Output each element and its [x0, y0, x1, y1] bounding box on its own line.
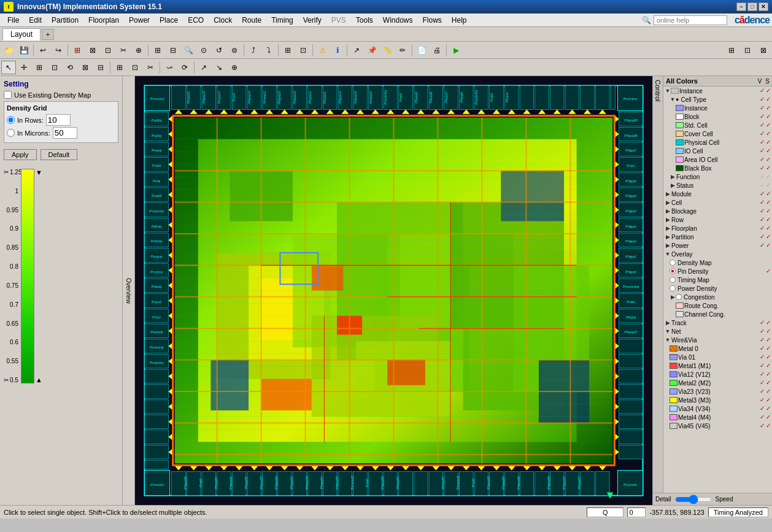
metal0-row[interactable]: Metal 0 ✓✓ [663, 344, 772, 353]
wirevia-expand[interactable]: ▼ [665, 337, 671, 343]
metal4-row[interactable]: Metal4 (M4) ✓✓ [663, 413, 772, 422]
tb-info[interactable]: ℹ [330, 44, 345, 57]
power-expand[interactable]: ▶ [665, 242, 671, 249]
status-row[interactable]: ▶ Status ✓✓ [663, 181, 772, 190]
track-expand[interactable]: ▶ [665, 320, 671, 326]
menu-power[interactable]: Power [124, 15, 155, 26]
timing-map-radio[interactable] [670, 277, 676, 283]
status-expand[interactable]: ▶ [670, 182, 676, 188]
via12-row[interactable]: Via12 (V12) ✓✓ [663, 370, 772, 379]
instance-s-check[interactable]: ✓ [766, 88, 771, 94]
tb-sel4[interactable]: ✂ [116, 44, 131, 57]
tb2-c1[interactable]: ⊞ [112, 61, 127, 74]
instance-expand[interactable]: ▼ [665, 88, 671, 94]
tb-sel1[interactable]: ⊞ [70, 44, 85, 57]
tb2-d2[interactable]: ⟳ [177, 61, 192, 74]
tb2-b2[interactable]: ⊟ [93, 61, 108, 74]
power-density-radio[interactable] [670, 285, 676, 291]
tb-report[interactable]: 📄 [414, 44, 429, 57]
block-row[interactable]: Block ✓✓ [663, 112, 772, 121]
cell-type-v[interactable]: ✓ [760, 96, 765, 102]
channel-cong-row[interactable]: Channel Cong. [663, 310, 772, 318]
tb2-c2[interactable]: ⊡ [128, 61, 142, 74]
row-expand[interactable]: ▶ [665, 217, 671, 223]
tb-right3[interactable]: ⊠ [756, 44, 771, 57]
status-input[interactable] [627, 507, 646, 517]
power-density-row[interactable]: Power Density [663, 284, 772, 293]
tb-move1[interactable]: ⤴ [246, 44, 261, 57]
menu-verify[interactable]: Verify [298, 15, 326, 26]
tb2-rotate[interactable]: ⟲ [63, 61, 77, 74]
module-row[interactable]: ▶ Module ✓✓ [663, 190, 772, 198]
tb-zoom1[interactable]: ⊞ [150, 44, 165, 57]
cell-type-s[interactable]: ✓ [766, 96, 771, 102]
q-field[interactable]: Q [587, 507, 623, 517]
tb-sel5[interactable]: ⊕ [131, 44, 146, 57]
pin-density-radio[interactable] [670, 268, 676, 274]
route-cong-row[interactable]: Route Cong. [663, 301, 772, 310]
menu-floorplan[interactable]: Floorplan [83, 15, 124, 26]
via01-row[interactable]: Via 01 ✓✓ [663, 353, 772, 361]
std-cell-row[interactable]: Std. Cell ✓✓ [663, 121, 772, 129]
via34-row[interactable]: Via34 (V34) ✓✓ [663, 404, 772, 413]
density-map-radio[interactable] [670, 260, 676, 266]
black-box-row[interactable]: Black Box ✓✓ [663, 164, 772, 172]
overview-strip[interactable]: Overview [123, 76, 135, 505]
via23-row[interactable]: Via23 (V23) ✓✓ [663, 387, 772, 396]
tb2-e3[interactable]: ⊕ [227, 61, 242, 74]
floorplan-row[interactable]: ▶ Floorplan ✓✓ [663, 224, 772, 233]
in-rows-input[interactable] [46, 114, 71, 126]
cover-cell-row[interactable]: Cover Cell ✓✓ [663, 129, 772, 138]
tb-undo[interactable]: ↩ [36, 44, 50, 57]
tb2-flip[interactable]: ⊡ [47, 61, 62, 74]
partition-expand[interactable]: ▶ [665, 234, 671, 240]
tb-ruler[interactable]: 📏 [380, 44, 395, 57]
menu-edit[interactable]: Edit [24, 15, 47, 26]
timing-map-row[interactable]: Timing Map [663, 276, 772, 284]
blockage-expand[interactable]: ▶ [665, 208, 671, 214]
tb-pin[interactable]: 📌 [365, 44, 379, 57]
tb-open[interactable]: 📁 [1, 44, 16, 57]
instance-section[interactable]: ▼ Instance ✓ ✓ [663, 87, 772, 95]
detail-slider[interactable] [675, 497, 712, 502]
tb-right1[interactable]: ⊞ [724, 44, 739, 57]
menu-place[interactable]: Place [155, 15, 183, 26]
function-row[interactable]: ▶ Function ✓✓ [663, 172, 772, 181]
instance-v-check[interactable]: ✓ [760, 88, 765, 94]
pin-density-row[interactable]: Pin Density ✓ [663, 267, 772, 276]
in-microns-input[interactable] [53, 127, 77, 139]
overlay-expand[interactable]: ▼ [665, 251, 671, 257]
floorplan-expand[interactable]: ▶ [665, 225, 671, 231]
tb-zoom4[interactable]: ⊙ [196, 44, 211, 57]
menu-windows[interactable]: Windows [378, 15, 418, 26]
tb-zoom3[interactable]: 🔍 [181, 44, 196, 57]
tb-redo[interactable]: ↪ [51, 44, 66, 57]
metal1-row[interactable]: Metal1 (M1) ✓✓ [663, 361, 772, 370]
tb-sel2[interactable]: ⊠ [85, 44, 100, 57]
tb2-select[interactable]: ↖ [1, 61, 16, 74]
blockage-row[interactable]: ▶ Blockage ✓✓ [663, 207, 772, 215]
close-button[interactable]: ✕ [758, 2, 768, 11]
power-row[interactable]: ▶ Power ✓✓ [663, 241, 772, 250]
tb2-e1[interactable]: ↗ [196, 61, 211, 74]
menu-clock[interactable]: Clock [209, 15, 237, 26]
tb-zoom6[interactable]: ⊚ [227, 44, 242, 57]
cell-type-row[interactable]: ▼ ● Cell Type ✓ ✓ [663, 95, 772, 104]
tb2-c3[interactable]: ✂ [143, 61, 158, 74]
tb-arrow[interactable]: ↗ [349, 44, 364, 57]
tb-print[interactable]: 🖨 [430, 44, 444, 57]
io-cell-row[interactable]: IO Cell ✓✓ [663, 147, 772, 155]
density-map-row[interactable]: Density Map [663, 258, 772, 267]
in-rows-radio[interactable] [7, 116, 15, 124]
tb-warn[interactable]: ⚠ [315, 44, 330, 57]
add-tab-button[interactable]: + [42, 29, 54, 40]
maximize-button[interactable]: □ [747, 2, 757, 11]
congestion-row[interactable]: ▶ Congestion [663, 293, 772, 301]
tb2-b1[interactable]: ⊠ [78, 61, 93, 74]
metal3-row[interactable]: Metal3 (M3) ✓✓ [663, 396, 772, 404]
tb-sel3[interactable]: ⊡ [101, 44, 115, 57]
use-existing-checkbox[interactable] [4, 91, 12, 99]
tb-place2[interactable]: ⊡ [296, 44, 311, 57]
tb2-move[interactable]: ✛ [17, 61, 31, 74]
area-io-cell-row[interactable]: Area IO Cell ✓✓ [663, 155, 772, 164]
